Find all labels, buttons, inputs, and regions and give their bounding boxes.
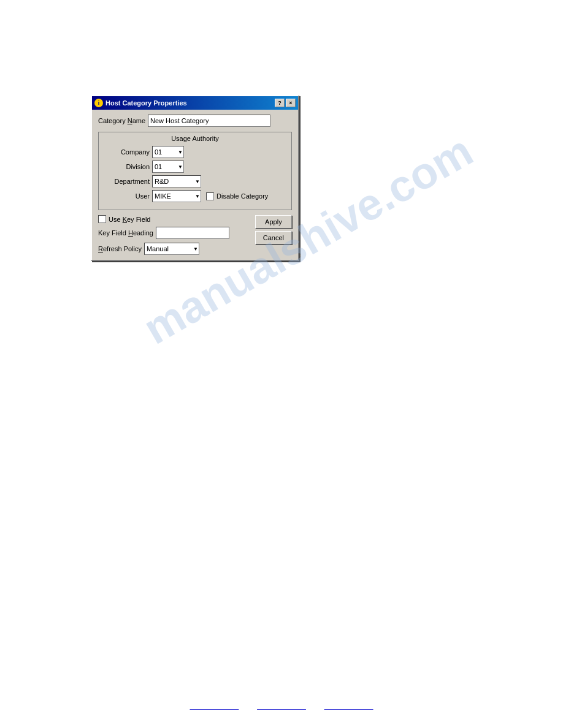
- apply-button[interactable]: Apply: [255, 215, 292, 229]
- usage-authority-group: Usage Authority Company 01 02 03 Divisio…: [98, 132, 292, 210]
- category-name-label: Category Name: [98, 117, 145, 124]
- division-label: Division: [104, 163, 150, 170]
- fields-area: Use Key Field Key Field Heading Refresh: [98, 215, 250, 255]
- use-key-field-label: Use Key Field: [109, 216, 151, 223]
- page-footer: _____________ _____________ ____________…: [0, 702, 563, 710]
- dialog-content: Category Name Usage Authority Company 01…: [92, 110, 298, 260]
- key-field-heading-label: Key Field Heading: [98, 229, 153, 237]
- company-row: Company 01 02 03: [104, 146, 286, 158]
- use-key-field-checkbox[interactable]: [98, 215, 106, 223]
- user-row: User MIKE JOHN JANE Disable Category: [104, 190, 286, 202]
- dialog-window: i Host Category Properties ? × Category …: [91, 95, 299, 261]
- user-select[interactable]: MIKE JOHN JANE: [152, 190, 201, 202]
- refresh-policy-row: Refresh Policy Manual Auto Scheduled: [98, 243, 250, 255]
- footer-link-3[interactable]: _____________: [324, 702, 373, 710]
- key-field-heading-input[interactable]: [156, 227, 229, 239]
- division-select-wrapper: 01 02 03: [152, 161, 184, 173]
- disable-category-checkbox[interactable]: [206, 192, 214, 200]
- refresh-policy-label: Refresh Policy: [98, 245, 142, 252]
- department-row: Department R&D IT Finance: [104, 175, 286, 188]
- disable-category-label: Disable Category: [216, 192, 268, 200]
- footer-link-1[interactable]: _____________: [190, 702, 239, 710]
- disable-category-row: Disable Category: [206, 192, 268, 200]
- company-select[interactable]: 01 02 03: [152, 146, 184, 158]
- company-select-wrapper: 01 02 03: [152, 146, 184, 158]
- refresh-policy-select-wrapper: Manual Auto Scheduled: [144, 243, 199, 255]
- page-background: manualshive.com i Host Category Properti…: [0, 0, 563, 728]
- user-select-wrapper: MIKE JOHN JANE: [152, 190, 201, 202]
- refresh-policy-select[interactable]: Manual Auto Scheduled: [144, 243, 199, 255]
- action-buttons: Apply Cancel: [255, 215, 292, 245]
- usage-authority-title: Usage Authority: [104, 135, 286, 142]
- bottom-area: Use Key Field Key Field Heading Refresh: [98, 215, 292, 255]
- title-bar-left: i Host Category Properties: [94, 99, 187, 107]
- dialog-title: Host Category Properties: [105, 99, 187, 107]
- category-name-row: Category Name: [98, 115, 292, 127]
- department-select[interactable]: R&D IT Finance: [152, 175, 201, 188]
- title-bar: i Host Category Properties ? ×: [92, 96, 298, 110]
- footer-link-2[interactable]: _____________: [257, 702, 306, 710]
- use-key-field-row: Use Key Field: [98, 215, 250, 223]
- company-label: Company: [104, 148, 150, 156]
- category-name-input[interactable]: [148, 115, 270, 127]
- title-bar-buttons: ? ×: [275, 99, 296, 107]
- department-select-wrapper: R&D IT Finance: [152, 175, 201, 188]
- dialog-icon: i: [94, 99, 103, 107]
- cancel-button[interactable]: Cancel: [255, 231, 292, 245]
- division-select[interactable]: 01 02 03: [152, 161, 184, 173]
- help-button[interactable]: ?: [275, 99, 285, 107]
- close-button[interactable]: ×: [286, 99, 296, 107]
- key-field-heading-row: Key Field Heading: [98, 227, 250, 239]
- division-row: Division 01 02 03: [104, 161, 286, 173]
- department-label: Department: [104, 178, 150, 185]
- user-label: User: [104, 192, 150, 200]
